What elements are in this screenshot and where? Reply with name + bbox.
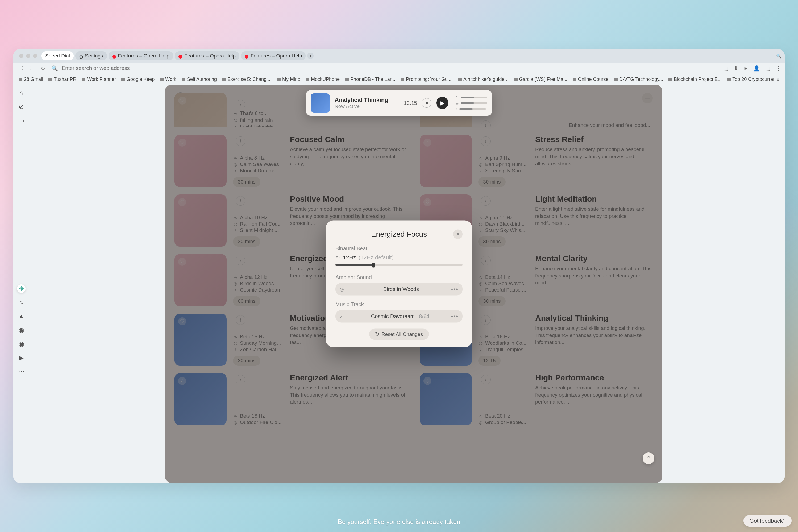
hz-default: (12Hz default) [359,254,394,261]
tab-1[interactable]: ⚙Settings [75,51,107,60]
bookmark-icon [19,78,22,81]
reset-icon: ↻ [375,331,379,337]
ambient-label: Ambient Sound [336,274,462,280]
ambient-slider[interactable] [461,102,487,104]
bookmark-13[interactable]: Online Course [571,76,611,83]
bookmark-2[interactable]: Work Planner [79,76,118,83]
tab-2[interactable]: Features – Opera Help [109,51,173,60]
music-value: Cosmic Daydream [371,314,415,320]
beat-slider[interactable] [461,97,487,98]
bookmark-icon [401,78,404,81]
bookmark-4[interactable]: Work [158,76,178,83]
footer-quote: Be yourself. Everyone else is already ta… [0,518,798,526]
binaural-slider[interactable] [336,264,462,266]
bookmark-icon [306,78,309,81]
new-tab-button[interactable]: + [307,53,314,59]
bookmark-icon [514,78,518,81]
music-slider-icon: ♪ [455,107,457,111]
beat-slider-icon: ∿ [455,95,459,99]
bookmarks-overflow[interactable]: » [775,76,781,83]
wave-icon: ∿ [336,254,340,261]
menu-icon[interactable]: ⋮ [776,65,781,72]
player-thumb [311,93,330,113]
bookmark-1[interactable]: Tushar PR [46,76,78,83]
bookmark-9[interactable]: PhoneDB - The Lar... [343,76,397,83]
bookmark-icon [277,78,281,81]
flame-icon[interactable]: ▲ [17,312,25,321]
reset-button[interactable]: ↻ Reset All Changes [369,328,429,340]
modal-close-button[interactable]: ✕ [453,230,462,239]
tab-0[interactable]: Speed Dial [41,51,74,60]
send-icon[interactable]: ▶ [17,354,25,362]
music-count: 8/64 [419,314,429,320]
bookmark-10[interactable]: Prompting: Your Gui... [398,76,455,83]
ambient-value: Birds in Woods [344,286,458,292]
boost-settings-modal: Energized Focus ✕ Binaural Beat ∿ 12Hz (… [326,221,472,347]
forward-button[interactable]: 〉 [28,65,36,72]
tab-favicon [245,54,248,58]
bookmark-icon [573,78,576,81]
extensions-icon[interactable]: ⬚ [765,65,770,72]
bookmark-icon [614,78,618,81]
bookmark-icon [49,78,52,81]
home-icon[interactable]: ⌂ [17,89,25,97]
bookmark-16[interactable]: Top 20 Cryptocurren... [725,76,774,83]
music-chip[interactable]: ♪ Cosmic Daydream 8/64 ••• [336,310,462,323]
bookmark-icon [668,78,672,81]
ambient-chip[interactable]: ◎ Birds in Woods ••• [336,283,462,296]
search-tabs-icon[interactable]: 🔍 [776,54,781,58]
messenger-icon[interactable]: ◉ [17,326,25,334]
air-icon[interactable]: ❉ [17,284,25,293]
player-title: Analytical Thinking [335,97,388,103]
bookmark-5[interactable]: Self Authoring [179,76,219,83]
bookmark-icon [160,78,164,81]
bookmark-6[interactable]: Exercise 5: Changi... [220,76,274,83]
stop-button[interactable]: ■ [422,98,432,108]
bookmark-11[interactable]: A hitchhiker's guide... [456,76,511,83]
player-subtitle: Now Active [335,103,388,109]
briefcase-icon[interactable]: ▭ [17,116,25,125]
bookmark-14[interactable]: D-VTG Technology... [612,76,665,83]
ambient-more-icon[interactable]: ••• [451,286,458,292]
bookmark-12[interactable]: Garcia (WS) Fret Ma... [512,76,570,83]
bookmark-icon [121,78,125,81]
scroll-top-button[interactable]: ⌃ [643,453,654,464]
back-button[interactable]: 〈 [17,65,25,72]
feedback-button[interactable]: Got feedback? [743,515,792,527]
bookmark-7[interactable]: My Mind [275,76,302,83]
window-controls[interactable] [17,54,40,58]
bookmark-15[interactable]: Blockchain Project E... [666,76,724,83]
address-input[interactable] [62,65,720,71]
tab-3[interactable]: Features – Opera Help [175,51,240,60]
binaural-label: Binaural Beat [336,246,462,252]
bookmarks-bar: 28 GmailTushar PRWork PlannerGoogle Keep… [13,74,785,85]
bookmark-icon [458,78,462,81]
mini-player: Analytical Thinking Now Active 12:15 ■ ▶… [306,90,492,116]
waves-icon[interactable]: ≈ [17,298,25,307]
profile-icon[interactable]: 👤 [753,65,760,72]
bookmark-0[interactable]: 28 Gmail [17,76,45,83]
bookmark-icon [345,78,349,81]
reload-button[interactable]: ⟳ [39,65,48,72]
grid-icon[interactable]: ⊞ [743,65,748,72]
tab-favicon [178,54,182,58]
compass-icon[interactable]: ⊘ [17,102,25,111]
tab-4[interactable]: Features – Opera Help [241,51,306,60]
download-icon[interactable]: ⬇ [734,65,738,72]
whatsapp-icon[interactable]: ◉ [17,340,25,348]
more-icon[interactable]: ⋯ [17,367,25,376]
bookmark-8[interactable]: MockUPhone [304,76,342,83]
disc-icon: ◎ [340,286,344,292]
music-more-icon[interactable]: ••• [451,314,458,320]
tab-bar: Speed Dial⚙SettingsFeatures – Opera Help… [13,49,785,62]
music-label: Music Track [336,301,462,307]
bookmark-3[interactable]: Google Keep [119,76,157,83]
bookmark-icon [82,78,86,81]
music-slider[interactable] [459,108,486,110]
note-icon: ♪ [340,314,342,319]
vpn-icon[interactable]: ⬚ [723,65,728,72]
tab-favicon [112,54,116,58]
bookmark-icon [222,78,226,81]
bookmark-icon [727,78,731,81]
play-button[interactable]: ▶ [436,97,449,109]
